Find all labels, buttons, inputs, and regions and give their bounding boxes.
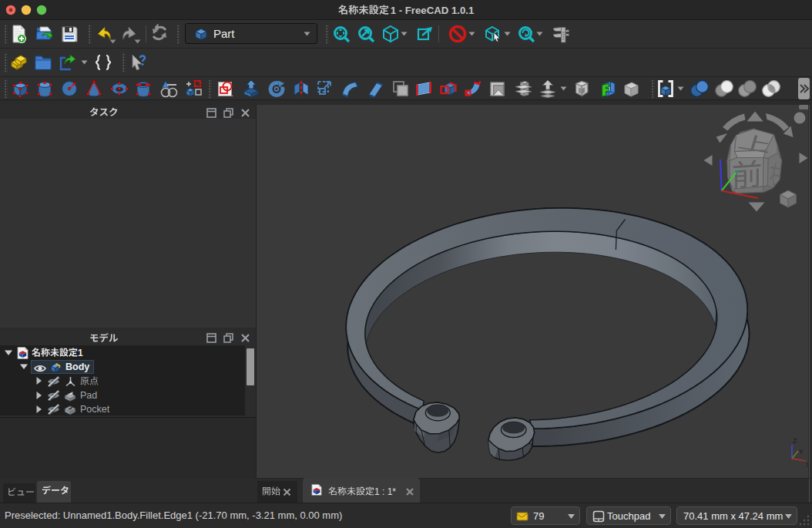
svg-text:Y: Y xyxy=(799,448,804,456)
svg-text:X: X xyxy=(806,461,808,469)
svg-text:Z: Z xyxy=(793,437,797,445)
